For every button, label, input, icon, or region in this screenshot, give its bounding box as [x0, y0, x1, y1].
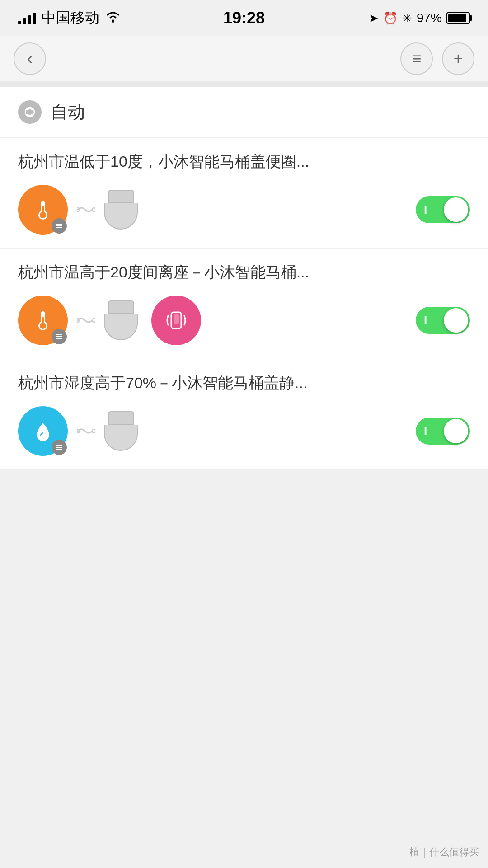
- item3-toggle-knob: [444, 419, 468, 443]
- vibrate-icon: [164, 308, 189, 333]
- item3-toggle[interactable]: [416, 418, 470, 445]
- signal-bar-2: [23, 18, 26, 24]
- bluetooth-icon: ✳: [402, 11, 412, 25]
- back-icon: ‹: [27, 49, 33, 68]
- item2-icons: [18, 296, 201, 345]
- signal-bars: [18, 12, 36, 24]
- toilet-bowl-3: [104, 425, 138, 451]
- svg-rect-17: [56, 338, 62, 339]
- item2-row: [18, 296, 470, 345]
- humidity-icon: [30, 418, 56, 444]
- list-icon: ≡: [412, 49, 421, 68]
- item1-badge: [52, 218, 67, 234]
- item2-link-icon: [77, 314, 95, 327]
- item1-trigger-icon: [18, 185, 68, 235]
- svg-rect-24: [56, 449, 62, 450]
- watermark: 植｜什么值得买: [409, 845, 479, 859]
- top-divider: [0, 81, 488, 87]
- item2-badge: [52, 329, 67, 344]
- toilet-bowl-2: [104, 314, 138, 340]
- status-bar: 中国移动 19:28 ➤ ⏰ ✳ 97%: [0, 0, 488, 36]
- item3-badge: [52, 440, 67, 455]
- time-display: 19:28: [223, 9, 265, 28]
- svg-rect-21: [174, 314, 179, 324]
- add-button[interactable]: +: [442, 42, 474, 75]
- add-icon: +: [453, 49, 463, 68]
- automation-item-2: 杭州市温高于20度间离座－小沐智能马桶...: [0, 249, 488, 359]
- item1-link-icon: [77, 203, 95, 216]
- toilet-bowl: [104, 203, 138, 230]
- item3-icons: [18, 406, 138, 456]
- svg-point-5: [40, 212, 46, 218]
- item1-toggle-knob: [444, 197, 468, 222]
- svg-rect-7: [56, 225, 62, 226]
- thermometer-icon: [30, 197, 56, 222]
- thermometer-icon-2: [30, 308, 56, 333]
- item1-row: [18, 185, 470, 235]
- section-header-icon: [18, 100, 42, 124]
- item2-trigger-icon: [18, 296, 68, 345]
- toilet-tank-2: [108, 300, 134, 314]
- svg-rect-22: [56, 445, 62, 446]
- toilet-tank-3: [108, 411, 134, 425]
- item1-icons: [18, 185, 138, 235]
- location-icon: ➤: [369, 11, 379, 25]
- svg-rect-15: [56, 334, 62, 335]
- automation-item-1: 杭州市温低于10度，小沐智能马桶盖便圈...: [0, 138, 488, 249]
- item2-toggle-knob: [444, 308, 468, 333]
- signal-bar-3: [28, 15, 31, 24]
- item3-title: 杭州市湿度高于70%－小沐智能马桶盖静...: [18, 373, 470, 394]
- svg-point-1: [25, 108, 34, 117]
- svg-rect-8: [56, 227, 62, 228]
- svg-rect-16: [56, 336, 62, 337]
- item1-title: 杭州市温低于10度，小沐智能马桶盖便圈...: [18, 151, 470, 172]
- svg-point-0: [112, 20, 114, 23]
- nav-right-buttons: ≡ +: [400, 42, 474, 75]
- nav-bar: ‹ ≡ +: [0, 36, 488, 81]
- status-right: ➤ ⏰ ✳ 97%: [369, 11, 470, 25]
- svg-rect-23: [56, 447, 62, 448]
- svg-point-14: [40, 323, 46, 329]
- svg-point-19: [92, 319, 95, 322]
- item2-title: 杭州市温高于20度间离座－小沐智能马桶...: [18, 262, 470, 283]
- battery-percent: 97%: [417, 11, 442, 25]
- signal-bar-4: [33, 13, 36, 24]
- svg-point-26: [92, 429, 95, 433]
- item1-toggle[interactable]: [416, 196, 470, 223]
- svg-rect-6: [56, 224, 62, 225]
- status-left: 中国移动: [18, 8, 121, 28]
- section-title: 自动: [51, 101, 85, 124]
- battery-icon: [446, 12, 470, 24]
- auto-icon: [23, 105, 37, 119]
- battery-fill: [448, 14, 466, 22]
- alarm-icon: ⏰: [383, 11, 398, 25]
- item2-toggle[interactable]: [416, 307, 470, 334]
- automation-item-3: 杭州市湿度高于70%－小沐智能马桶盖静...: [0, 359, 488, 470]
- section-header: 自动: [0, 87, 488, 138]
- item1-device-icon: [104, 190, 138, 230]
- item3-device-icon: [104, 411, 138, 451]
- carrier-label: 中国移动: [42, 8, 99, 28]
- empty-area: [0, 470, 488, 831]
- item3-link-icon: [77, 425, 95, 437]
- signal-bar-1: [18, 21, 21, 24]
- item3-row: [18, 406, 470, 456]
- item3-trigger-icon: [18, 406, 68, 456]
- wifi-icon: [105, 10, 121, 26]
- item2-device-icon: [104, 300, 138, 340]
- svg-point-10: [92, 208, 95, 211]
- back-button[interactable]: ‹: [14, 42, 46, 75]
- toilet-tank: [108, 190, 134, 203]
- item2-action-icon: [151, 296, 201, 345]
- list-button[interactable]: ≡: [400, 42, 433, 75]
